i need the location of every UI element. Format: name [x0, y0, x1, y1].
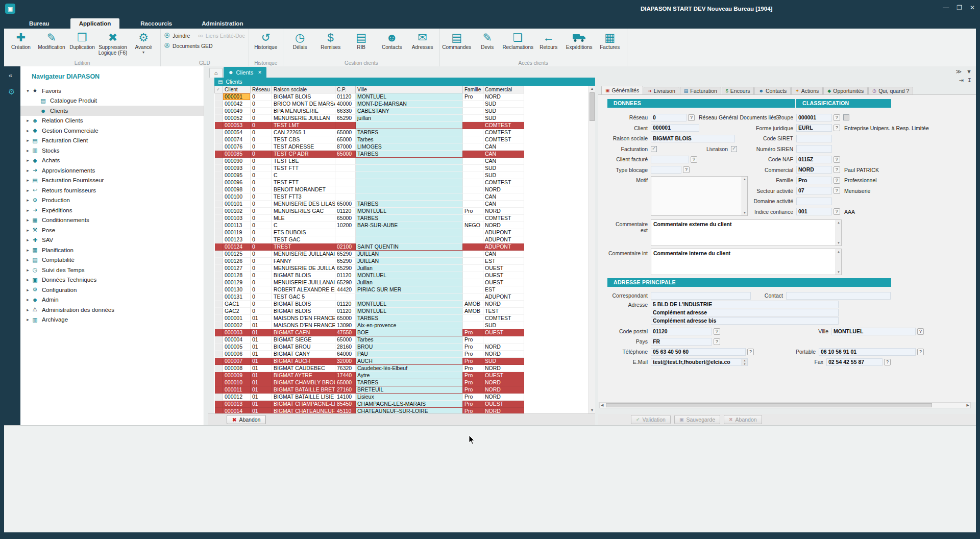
cell-commercial[interactable]	[483, 336, 524, 344]
cell-raison-sociale[interactable]: BIGMAT CHATEAUNEUF	[272, 408, 335, 414]
table-row[interactable]: 0000760TEST ADRESSE87000LIMOGESCAN	[215, 143, 524, 151]
row-marker[interactable]	[215, 394, 223, 401]
cell-commercial[interactable]: COMTEST	[483, 129, 524, 136]
cell-cp[interactable]: 28160	[335, 344, 356, 351]
row-marker[interactable]	[215, 386, 223, 394]
groupe-help-button[interactable]: ?	[834, 114, 840, 121]
historique-button[interactable]: ↺Historique	[251, 30, 281, 50]
row-marker[interactable]	[215, 308, 223, 315]
exp-ditions-button[interactable]: Expéditions	[564, 30, 595, 50]
cell-famille[interactable]: Pro	[463, 344, 483, 351]
cell-reseau[interactable]: 0	[251, 308, 272, 315]
cell-cp[interactable]: 65000	[335, 151, 356, 158]
cell-commercial[interactable]: ADUPONT	[483, 243, 524, 251]
cell-reseau[interactable]: 01	[251, 379, 272, 386]
table-row[interactable]: 00001101BIGMAT BATAILLE BRET27160BRETEUI…	[215, 386, 524, 394]
ville-field[interactable]: MONTLUEL	[831, 328, 916, 335]
raison-sociale-field[interactable]: BIGMAT BLOIS	[651, 135, 735, 142]
cell-commercial[interactable]: COMTEST	[483, 179, 524, 186]
cell-famille[interactable]: Pro	[463, 208, 483, 215]
cell-ville[interactable]: TARBES	[356, 201, 463, 208]
adresse-ligne2-field[interactable]: Complément adresse	[651, 309, 839, 316]
cell-reseau[interactable]: 01	[251, 365, 272, 372]
cell-client[interactable]: 000010	[223, 379, 251, 386]
cell-cp[interactable]	[335, 158, 356, 165]
cell-reseau[interactable]: 0	[251, 158, 272, 165]
textarea-scrollbar[interactable]: ▲▼	[742, 177, 747, 215]
sidebar-item-configuration[interactable]: ▸⚙Configuration	[20, 285, 204, 295]
client-facture-help-button[interactable]: ?	[691, 156, 697, 163]
cell-reseau[interactable]: 0	[251, 108, 272, 115]
cell-raison-sociale[interactable]: TEST LBE	[272, 158, 335, 165]
cell-ville[interactable]	[356, 165, 463, 172]
column-header-marker[interactable]: ✓	[215, 86, 223, 93]
table-row[interactable]: 0001190ETS DUBOISADUPONT	[215, 229, 524, 236]
joindre-button[interactable]: ✇Joindre	[164, 32, 190, 39]
cell-reseau[interactable]: 0	[251, 101, 272, 108]
sidebar-item-relation-clients[interactable]: ▸☻Relation Clients	[20, 116, 204, 126]
table-row[interactable]: 0000740TEST CBS65000TarbesCOMTEST	[215, 136, 524, 143]
cell-client[interactable]: 000005	[223, 344, 251, 351]
tree-expand-icon[interactable]: ▸	[24, 237, 31, 242]
cell-commercial[interactable]: NORD	[483, 93, 524, 101]
cell-reseau[interactable]: 0	[251, 243, 272, 251]
fax-help-button[interactable]: ?	[884, 359, 891, 365]
cell-reseau[interactable]: 0	[251, 129, 272, 136]
row-marker[interactable]	[215, 179, 223, 186]
cell-commercial[interactable]: NORD	[483, 186, 524, 193]
forme-juridique-field[interactable]: EURL	[796, 124, 832, 132]
telephone-help-button[interactable]: ?	[747, 349, 754, 355]
table-row[interactable]: 0000950CSUD	[215, 172, 524, 179]
retours-button[interactable]: ←Retours	[533, 30, 564, 50]
cell-client[interactable]: 000124	[223, 243, 251, 251]
sidebar-item-suivi-des-temps[interactable]: ▸◷Suivi des Temps	[20, 265, 204, 275]
cell-famille[interactable]: Pro	[463, 329, 483, 336]
type-blocage-field[interactable]	[651, 166, 681, 174]
cell-commercial[interactable]: SUD	[483, 101, 524, 108]
row-marker[interactable]	[215, 129, 223, 136]
cell-reseau[interactable]: 0	[251, 172, 272, 179]
cell-commercial[interactable]: CAN	[483, 151, 524, 158]
cell-commercial[interactable]: EST	[483, 258, 524, 265]
email-field[interactable]: test@test.fr,fhoubert@elcia.co▲▼	[651, 358, 748, 366]
sidebar-item-clients[interactable]: ☻Clients	[20, 106, 204, 116]
row-marker[interactable]	[215, 186, 223, 193]
cell-raison-sociale[interactable]: MENUISERIE JUILLANAIS	[272, 279, 335, 286]
cell-ville[interactable]: BOE	[356, 329, 463, 336]
scrollbar-thumb[interactable]	[606, 403, 932, 407]
cell-ville[interactable]: MONTLUEL	[356, 308, 463, 315]
cell-reseau[interactable]: 0	[251, 229, 272, 236]
row-marker[interactable]	[215, 93, 223, 101]
table-row[interactable]: 00000701BIGMAT AUCH32000AUCHProSUD	[215, 358, 524, 365]
cell-famille[interactable]: Pro	[463, 365, 483, 372]
indice-confiance-help-button[interactable]: ?	[834, 208, 840, 215]
cell-raison-sociale[interactable]: BIGMAT BLOIS	[272, 301, 335, 308]
cell-ville[interactable]: TARBES	[356, 379, 463, 386]
cell-client[interactable]: 000127	[223, 265, 251, 272]
cell-raison-sociale[interactable]: MLE	[272, 215, 335, 222]
cell-reseau[interactable]: 01	[251, 322, 272, 329]
cell-ville[interactable]: BRETEUIL	[356, 386, 463, 394]
cell-raison-sociale[interactable]: MENUISERIE JUILLANAIS	[272, 251, 335, 258]
table-row[interactable]: 00000601BIGMAT CANY64000PAUProNORD	[215, 351, 524, 358]
livraison-checkbox[interactable]	[731, 146, 737, 152]
pays-help-button[interactable]: ?	[714, 338, 720, 345]
cell-reseau[interactable]: 0	[251, 265, 272, 272]
close-tab-icon[interactable]: ✕	[258, 70, 262, 75]
cell-reseau[interactable]: 0	[251, 193, 272, 201]
tree-expand-icon[interactable]: ▸	[24, 307, 31, 312]
cell-commercial[interactable]: NORD	[483, 222, 524, 229]
scroll-right-icon[interactable]: ▶	[967, 403, 969, 408]
cell-commercial[interactable]: ADUPONT	[483, 293, 524, 301]
groupe-field[interactable]: 000001	[796, 114, 832, 121]
table-row[interactable]: 0001000TEST FTT3CAN	[215, 193, 524, 201]
cell-raison-sociale[interactable]: TEST FTT	[272, 179, 335, 186]
cell-famille[interactable]	[463, 272, 483, 279]
cell-raison-sociale[interactable]: C	[272, 172, 335, 179]
sidebar-item-comptabilit[interactable]: ▸▤Comptabilité	[20, 255, 204, 265]
cell-reseau[interactable]: 0	[251, 222, 272, 229]
cell-ville[interactable]: BAR-SUR-AUBE	[356, 222, 463, 229]
cell-famille[interactable]	[463, 286, 483, 293]
row-marker[interactable]	[215, 293, 223, 301]
table-row[interactable]: 0000960TEST FTTCOMTEST	[215, 179, 524, 186]
